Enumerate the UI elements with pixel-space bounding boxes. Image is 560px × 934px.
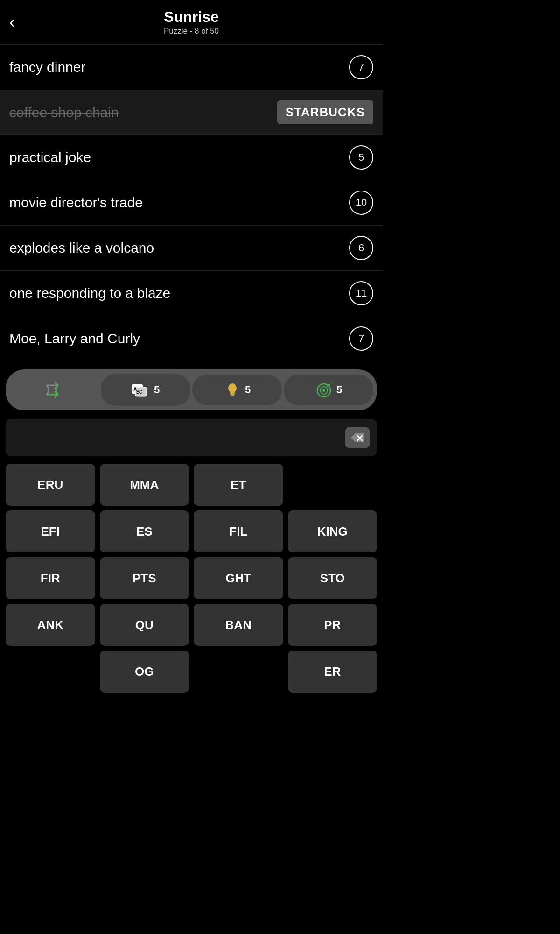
letter-btn-sto[interactable]: STO [288, 557, 378, 599]
letter-btn-qu[interactable]: QU [100, 604, 189, 646]
clue-row-5[interactable]: explodes like a volcano 6 [0, 225, 383, 270]
letter-btn-ght[interactable]: GHT [194, 557, 283, 599]
clue-number-5: 6 [349, 236, 373, 260]
answer-input-area [6, 419, 377, 456]
letter-btn-king[interactable]: KING [288, 510, 378, 552]
target-icon [315, 381, 333, 399]
svg-point-10 [322, 389, 325, 392]
letter-btn-ank[interactable]: ANK [6, 604, 95, 646]
letter-row-2: FIR PTS GHT STO [6, 557, 377, 599]
letter-btn-es[interactable]: ES [100, 510, 189, 552]
clue-text-1: fancy dinner [9, 59, 85, 75]
clue-number-1: 7 [349, 55, 373, 79]
clue-text-2: coffee shop chain [9, 105, 119, 120]
letter-btn-empty-4a [6, 651, 95, 693]
abc-icon: A B C [132, 381, 150, 399]
target-count: 5 [336, 384, 342, 396]
letter-btn-mma[interactable]: MMA [100, 464, 189, 506]
svg-rect-6 [230, 392, 235, 395]
bulb-hint-button[interactable]: 5 [192, 375, 282, 405]
letter-row-1: EFI ES FIL KING [6, 510, 377, 552]
letter-btn-pr[interactable]: PR [288, 604, 378, 646]
header: ‹ Sunrise Puzzle - 8 of 50 [0, 0, 383, 41]
clue-row-3[interactable]: practical joke 5 [0, 134, 383, 180]
letter-btn-efi[interactable]: EFI [6, 510, 95, 552]
clue-list: fancy dinner 7 coffee shop chain STARBUC… [0, 44, 383, 361]
backspace-icon [350, 431, 365, 444]
clue-number-3: 5 [349, 145, 373, 170]
abc-hint-button[interactable]: A B C 5 [101, 374, 190, 406]
clue-row-4[interactable]: movie director's trade 10 [0, 180, 383, 225]
clue-text-6: one responding to a blaze [9, 285, 170, 301]
clue-row-6[interactable]: one responding to a blaze 11 [0, 270, 383, 316]
clue-text-5: explodes like a volcano [9, 240, 154, 256]
letter-btn-eru[interactable]: ERU [6, 464, 95, 506]
letter-btn-empty-4b [194, 651, 283, 693]
letter-btn-empty-0 [288, 464, 378, 506]
letter-btn-er[interactable]: ER [288, 651, 378, 693]
clue-number-4: 10 [349, 191, 373, 215]
letter-btn-og[interactable]: OG [100, 651, 189, 693]
letter-row-4: OG ER [6, 651, 377, 693]
abc-count: 5 [154, 384, 160, 396]
clue-row-2[interactable]: coffee shop chain STARBUCKS [0, 90, 383, 134]
solved-answer-2: STARBUCKS [277, 100, 373, 124]
shuffle-button[interactable] [9, 373, 99, 407]
bulb-icon [224, 381, 241, 399]
backspace-button[interactable] [345, 427, 370, 448]
bulb-count: 5 [245, 384, 251, 396]
puzzle-subtitle: Puzzle - 8 of 50 [164, 27, 219, 36]
puzzle-title: Sunrise [164, 8, 219, 26]
clue-row-1[interactable]: fancy dinner 7 [0, 44, 383, 90]
letter-btn-fir[interactable]: FIR [6, 557, 95, 599]
letter-btn-fil[interactable]: FIL [194, 510, 283, 552]
letter-grid: ERU MMA ET EFI ES FIL KING FIR PTS GHT S… [0, 464, 383, 693]
clue-text-3: practical joke [9, 149, 91, 165]
clue-number-7: 7 [349, 326, 373, 351]
shuffle-icon [44, 380, 64, 400]
svg-point-5 [228, 383, 237, 393]
letter-btn-pts[interactable]: PTS [100, 557, 189, 599]
clue-text-4: movie director's trade [9, 195, 143, 211]
letter-row-0: ERU MMA ET [6, 464, 377, 506]
letter-row-3: ANK QU BAN PR [6, 604, 377, 646]
target-hint-button[interactable]: 5 [284, 375, 373, 405]
clue-row-7[interactable]: Moe, Larry and Curly 7 [0, 316, 383, 361]
svg-rect-7 [231, 395, 234, 396]
toolbar: A B C 5 5 5 [6, 369, 377, 410]
header-center: Sunrise Puzzle - 8 of 50 [164, 8, 219, 36]
letter-btn-ban[interactable]: BAN [194, 604, 283, 646]
svg-text:C: C [139, 389, 142, 395]
letter-btn-et[interactable]: ET [194, 464, 283, 506]
clue-number-6: 11 [349, 281, 373, 305]
back-button[interactable]: ‹ [9, 14, 15, 31]
clue-text-7: Moe, Larry and Curly [9, 331, 140, 347]
